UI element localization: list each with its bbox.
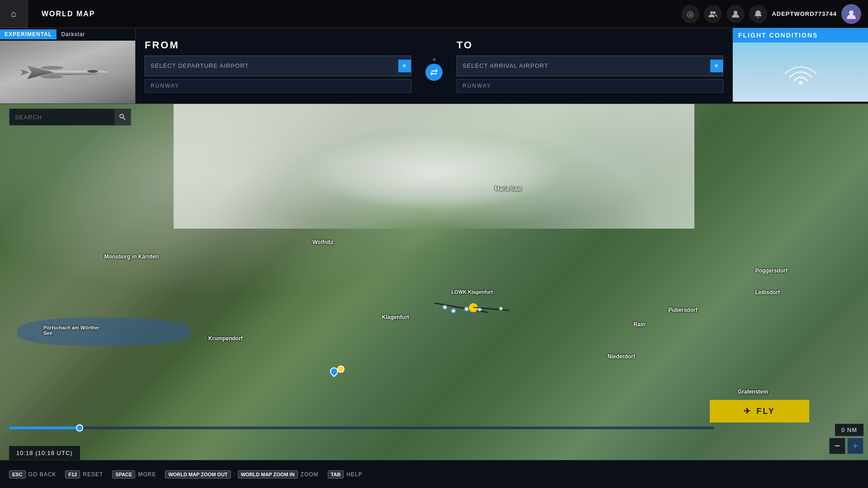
hint-reset: F12 RESET	[65, 470, 103, 479]
map-controls: 0 NM − +	[829, 424, 863, 454]
svg-point-0	[710, 11, 713, 14]
notification-button[interactable]	[749, 5, 767, 23]
departure-airport-select[interactable]: SELECT DEPARTURE AIRPORT ▼	[145, 56, 411, 76]
hint-zoom: WORLD MAP ZOOM OUT / WORLD MAP ZOOM IN Z…	[165, 470, 318, 479]
time-slider-thumb[interactable]	[76, 424, 83, 432]
arrival-placeholder: SELECT ARRIVAL AIRPORT	[462, 62, 548, 69]
search-input[interactable]	[9, 110, 114, 124]
zoom-sep: /	[234, 472, 235, 477]
conditions-title: FLIGHT CONDITIONS	[733, 28, 868, 42]
from-section: FROM SELECT DEPARTURE AIRPORT ▼ RUNWAY	[145, 39, 434, 93]
svg-point-7	[87, 70, 98, 73]
fly-icon: ✈	[744, 406, 752, 416]
time-text: 10:18 (10:18 UTC)	[16, 450, 73, 456]
hint-go-back: ESC GO BACK	[9, 470, 56, 479]
departure-runway-row: RUNWAY	[145, 79, 411, 93]
zoom-in-key[interactable]: WORLD MAP ZOOM IN	[238, 470, 298, 479]
arrival-row: SELECT ARRIVAL AIRPORT ▼	[457, 56, 723, 76]
space-key[interactable]: SPACE	[112, 470, 135, 479]
swap-center: ✈	[425, 64, 443, 81]
snow-cap-2	[304, 132, 564, 211]
hint-more: SPACE MORE	[112, 470, 156, 479]
zoom-in-button[interactable]: +	[847, 438, 863, 454]
top-bar: ⌂ WORLD MAP ◎ ADEPTWORD773744	[0, 0, 868, 28]
lake-worthersee	[17, 318, 191, 346]
username-label: ADEPTWORD773744	[772, 10, 837, 17]
to-section: TO SELECT ARRIVAL AIRPORT ▼ RUNWAY	[434, 39, 723, 93]
bottom-bar: ESC GO BACK F12 RESET SPACE MORE WORLD M…	[0, 460, 868, 488]
esc-key[interactable]: ESC	[9, 470, 26, 479]
top-bar-right: ◎ ADEPTWORD773744	[681, 4, 868, 24]
to-label: TO	[457, 39, 723, 51]
globe-button[interactable]: ◎	[681, 5, 699, 23]
hint-help: TAB HELP	[328, 470, 363, 479]
svg-point-1	[713, 11, 716, 14]
aircraft-panel: Experimental Darkstar	[0, 28, 136, 104]
swap-airports-button[interactable]	[425, 64, 443, 81]
time-display: 10:18 (10:18 UTC)	[9, 446, 80, 460]
svg-point-9	[120, 114, 123, 118]
departure-runway[interactable]: RUNWAY	[145, 79, 411, 93]
departure-dropdown-arrow[interactable]: ▼	[398, 60, 411, 72]
departure-row: SELECT DEPARTURE AIRPORT ▼	[145, 56, 411, 76]
tab-key[interactable]: TAB	[328, 470, 344, 479]
profile-button[interactable]	[726, 5, 745, 23]
location-pin[interactable]: !	[330, 367, 338, 375]
distance-display: 0 NM	[835, 424, 863, 436]
aircraft-name: Darkstar	[57, 29, 90, 39]
aircraft-image	[0, 41, 135, 103]
f12-key[interactable]: F12	[65, 470, 80, 479]
search-button[interactable]	[114, 109, 131, 125]
search-box	[9, 108, 131, 126]
experimental-badge: Experimental	[0, 29, 57, 39]
aircraft-silhouette	[18, 52, 118, 93]
fly-label: FLY	[756, 407, 775, 416]
time-slider-container	[9, 427, 714, 429]
conditions-preview[interactable]	[733, 42, 868, 102]
help-label: HELP	[346, 471, 362, 478]
distance-value: 0 NM	[841, 427, 857, 433]
svg-point-3	[849, 10, 854, 15]
svg-point-8	[799, 81, 802, 84]
arrival-runway-row: RUNWAY	[457, 79, 723, 93]
community-button[interactable]	[704, 5, 722, 23]
home-button[interactable]: ⌂	[0, 0, 28, 28]
zoom-out-button[interactable]: −	[829, 438, 845, 454]
avatar	[841, 4, 861, 24]
arrival-airport-select[interactable]: SELECT ARRIVAL AIRPORT ▼	[457, 56, 723, 76]
page-title: WORLD MAP	[28, 10, 108, 18]
fly-button[interactable]: ✈ FLY	[710, 400, 809, 422]
time-slider-fill	[9, 427, 80, 429]
reset-label: RESET	[83, 471, 103, 478]
zoom-controls: − +	[829, 438, 863, 454]
departure-placeholder: SELECT DEPARTURE AIRPORT	[151, 62, 249, 69]
svg-line-10	[123, 118, 126, 120]
conditions-icon	[783, 58, 819, 87]
zoom-label: ZOOM	[301, 471, 319, 478]
zoom-out-key[interactable]: WORLD MAP ZOOM OUT	[165, 470, 231, 479]
svg-point-6	[41, 75, 63, 79]
svg-point-5	[41, 66, 63, 70]
aircraft-label: Experimental Darkstar	[0, 28, 135, 41]
time-slider-track[interactable]	[9, 427, 714, 429]
arrival-dropdown-arrow[interactable]: ▼	[710, 60, 723, 72]
go-back-label: GO BACK	[28, 471, 57, 478]
more-label: MORE	[138, 471, 156, 478]
conditions-panel: FLIGHT CONDITIONS	[732, 28, 868, 104]
from-label: FROM	[145, 39, 411, 51]
flight-panel: FROM SELECT DEPARTURE AIRPORT ▼ RUNWAY ✈	[136, 28, 732, 104]
svg-point-2	[734, 11, 737, 14]
arrival-runway[interactable]: RUNWAY	[457, 79, 723, 93]
wifi-weather-icon	[783, 58, 819, 85]
